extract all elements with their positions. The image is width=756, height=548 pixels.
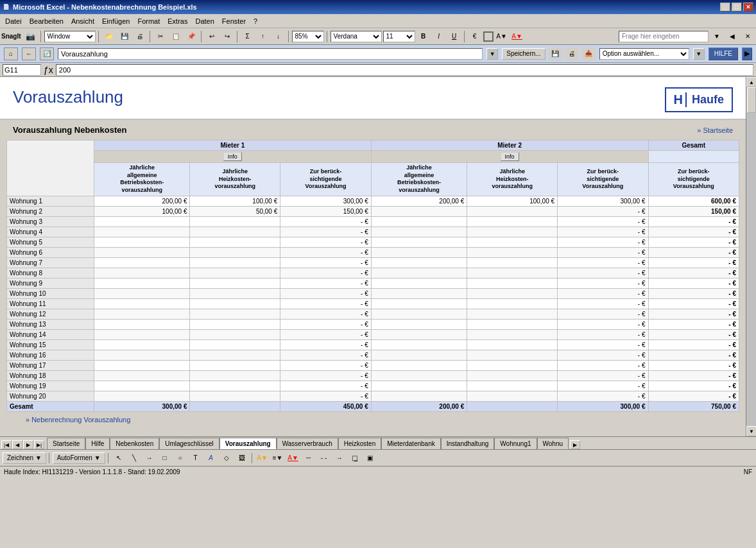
cell-m2-heiz[interactable] [467,247,558,257]
zoom-combo[interactable]: 85% [292,31,324,42]
cell-m2-zur[interactable]: - € [558,350,648,360]
cell-m1-heiz[interactable] [190,339,280,350]
nav-close-icon[interactable]: ✕ [741,30,755,43]
cell-m2-zur[interactable]: - € [558,339,648,350]
cell-m1-heiz[interactable] [190,370,280,381]
cell-m2-zur[interactable]: - € [558,288,648,298]
cell-ges[interactable]: 600,00 € [648,196,739,206]
cell-m2-heiz[interactable] [467,391,558,401]
tab-umlageschluessel[interactable]: Umlageschlüssel [159,438,219,449]
cell-m1-betr[interactable] [94,370,190,381]
cell-m1-zur[interactable]: - € [280,257,371,268]
scroll-up-button[interactable]: ▲ [746,77,756,87]
cell-ges[interactable]: - € [648,319,739,329]
snagit-camera-icon[interactable]: 📷 [24,30,38,43]
line-icon[interactable]: ╲ [127,452,141,465]
cell-m1-betr[interactable]: 100,00 € [94,206,190,216]
cell-m1-heiz[interactable]: 50,00 € [190,206,280,216]
cell-m1-zur[interactable]: - € [280,309,371,319]
cell-m1-heiz[interactable] [190,257,280,268]
line-color-btn[interactable]: ≡▼ [271,452,285,465]
tab-nebenkosten[interactable]: Nebenkosten [110,438,159,449]
window-controls[interactable]: _ □ ✕ [720,3,753,12]
cell-m1-zur[interactable]: - € [280,329,371,339]
cell-m1-zur[interactable]: - € [280,360,371,370]
search-dropdown-icon[interactable]: ▼ [710,30,724,43]
cell-m2-heiz[interactable] [467,339,558,350]
cell-m2-heiz[interactable] [467,360,558,370]
nav-back-icon[interactable]: ← [22,47,36,60]
cell-m2-zur[interactable]: - € [558,257,648,268]
cell-ges[interactable]: - € [648,360,739,370]
menu-bearbeiten[interactable]: Bearbeiten [26,16,67,26]
cell-m2-zur[interactable]: - € [558,206,648,216]
cell-m1-heiz[interactable]: 100,00 € [190,196,280,206]
menu-datei[interactable]: Datei [1,16,26,26]
tab-wohnung1[interactable]: Wohnung1 [494,438,537,449]
cell-m2-heiz[interactable] [467,227,558,237]
cell-m1-betr[interactable] [94,247,190,257]
cell-m2-zur[interactable]: 300,00 € [558,196,648,206]
address-dropdown-icon[interactable]: ▼ [486,48,498,60]
menu-ansicht[interactable]: Ansicht [67,16,98,26]
line-style-btn[interactable]: ─ [302,452,316,465]
cell-m1-zur[interactable]: - € [280,350,371,360]
sum-icon[interactable]: Σ [241,30,255,43]
cell-m1-betr[interactable] [94,278,190,288]
print-icon2[interactable]: 🖨 [565,47,579,60]
nav-forward-icon[interactable]: 🔃 [40,47,54,60]
cell-ges[interactable]: - € [648,257,739,268]
cell-m2-zur[interactable]: - € [558,216,648,227]
cell-m1-zur[interactable]: - € [280,288,371,298]
cell-m1-heiz[interactable] [190,298,280,309]
cell-m1-betr[interactable] [94,227,190,237]
cell-m1-zur[interactable]: 150,00 € [280,206,371,216]
folder-icon[interactable]: 📁 [102,30,116,43]
cell-m1-betr[interactable] [94,298,190,309]
cell-m2-zur[interactable]: - € [558,278,648,288]
cell-m2-betr[interactable] [371,216,467,227]
cell-m1-zur[interactable]: - € [280,319,371,329]
cell-m1-betr[interactable] [94,309,190,319]
arrow-icon[interactable]: → [142,452,157,465]
tab-wohnu[interactable]: Wohnu [537,438,569,449]
cell-m2-heiz[interactable] [467,206,558,216]
paste-icon[interactable]: 📌 [184,30,198,43]
cell-m1-zur[interactable]: - € [280,370,371,381]
cell-ges[interactable]: - € [648,247,739,257]
cell-m2-betr[interactable] [371,227,467,237]
fill-color-icon[interactable]: A▼ [495,30,509,43]
save-icon3[interactable]: 📥 [581,47,596,60]
currency-icon[interactable]: € [468,30,482,43]
tab-mieterdatenbank[interactable]: Mieterdatenbank [381,438,441,449]
cell-m2-zur[interactable]: - € [558,319,648,329]
tab-prev-button[interactable]: ◀ [12,440,22,449]
cell-m1-betr[interactable] [94,319,190,329]
cell-m1-zur[interactable]: - € [280,247,371,257]
print-icon[interactable]: 🖨 [133,30,147,43]
cut-icon[interactable]: ✂ [153,30,168,43]
cell-m2-betr[interactable] [371,247,467,257]
cell-ges[interactable]: - € [648,227,739,237]
cell-m1-heiz[interactable] [190,309,280,319]
cell-m1-heiz[interactable] [190,360,280,370]
font-color-icon[interactable]: A▼ [510,30,524,43]
cell-m2-heiz[interactable] [467,288,558,298]
cell-m1-heiz[interactable] [190,391,280,401]
cell-m2-zur[interactable]: - € [558,247,648,257]
cell-ges[interactable]: - € [648,216,739,227]
fontsize-combo[interactable]: 11 [383,31,415,42]
cell-m2-betr[interactable] [371,319,467,329]
cell-m2-zur[interactable]: - € [558,329,648,339]
cell-m1-heiz[interactable] [190,350,280,360]
cell-m1-zur[interactable]: - € [280,268,371,278]
tab-scroll-right-button[interactable]: ▶ [570,440,580,449]
copy-icon[interactable]: 📋 [169,30,183,43]
nebenrechnung-link[interactable]: » Nebenrechnung Vorauszahlung [13,411,143,429]
cell-m1-zur[interactable]: - € [280,227,371,237]
sort-asc-icon[interactable]: ↑ [256,30,270,43]
cell-m2-heiz[interactable] [467,329,558,339]
cell-m2-heiz[interactable] [467,370,558,381]
cell-m2-heiz[interactable] [467,278,558,288]
cell-ges[interactable]: - € [648,237,739,247]
